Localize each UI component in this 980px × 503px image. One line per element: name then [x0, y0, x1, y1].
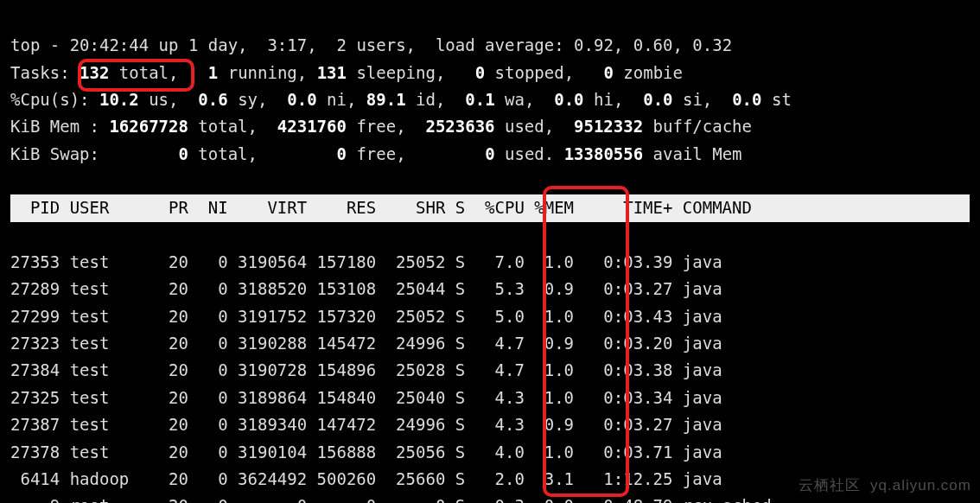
top-summary-line1: top - 20:42:44 up 1 day, 3:17, 2 users, …	[10, 35, 732, 54]
process-row: 27378 test 20 0 3190104 156888 25056 S 4…	[10, 443, 722, 462]
cpu-us-value: 10.2	[99, 90, 139, 109]
watermark: 云栖社区 yq.aliyun.com	[799, 474, 971, 498]
top-tasks-line: Tasks: 132 total, 1 running, 131 sleepin…	[10, 63, 683, 82]
process-row: 27323 test 20 0 3190288 145472 24996 S 4…	[10, 334, 722, 353]
top-mem-line: KiB Mem : 16267728 total, 4231760 free, …	[10, 117, 752, 136]
process-row: 27289 test 20 0 3188520 153108 25044 S 5…	[10, 279, 722, 298]
terminal-screen: top - 20:42:44 up 1 day, 3:17, 2 users, …	[0, 0, 980, 503]
process-row: 27353 test 20 0 3190564 157180 25052 S 7…	[10, 252, 722, 271]
process-row: 27387 test 20 0 3189340 147472 24996 S 4…	[10, 415, 722, 434]
process-row: 27384 test 20 0 3190728 154896 25028 S 4…	[10, 360, 722, 379]
process-row: 9 root 20 0 0 0 0 S 0.3 0.0 0:48.79 rcu_…	[10, 496, 772, 503]
top-cpu-line: %Cpu(s): 10.2 us, 0.6 sy, 0.0 ni, 89.1 i…	[10, 90, 792, 109]
process-row: 6414 hadoop 20 0 3624492 500260 25660 S …	[10, 469, 722, 488]
top-swap-line: KiB Swap: 0 total, 0 free, 0 used. 13380…	[10, 144, 742, 163]
process-row: 27325 test 20 0 3189864 154840 25040 S 4…	[10, 388, 722, 407]
process-table-header: PID USER PR NI VIRT RES SHR S %CPU %MEM …	[10, 194, 970, 221]
process-row: 27299 test 20 0 3191752 157320 25052 S 5…	[10, 307, 722, 326]
